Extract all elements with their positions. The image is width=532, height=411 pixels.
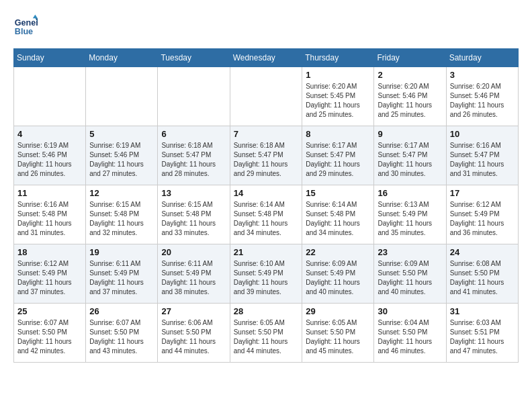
day-number: 25 [17,306,82,316]
calendar-cell: 29Sunrise: 6:05 AM Sunset: 5:50 PM Dayli… [302,304,374,363]
calendar-cell: 25Sunrise: 6:07 AM Sunset: 5:50 PM Dayli… [14,304,86,363]
day-number: 22 [306,247,370,257]
calendar-cell: 5Sunrise: 6:19 AM Sunset: 5:46 PM Daylig… [86,126,158,185]
calendar-cell: 13Sunrise: 6:15 AM Sunset: 5:48 PM Dayli… [158,185,230,244]
day-detail: Sunrise: 6:20 AM Sunset: 5:45 PM Dayligh… [306,82,370,120]
calendar-cell: 20Sunrise: 6:11 AM Sunset: 5:49 PM Dayli… [158,244,230,304]
day-detail: Sunrise: 6:03 AM Sunset: 5:51 PM Dayligh… [450,318,515,356]
day-detail: Sunrise: 6:17 AM Sunset: 5:47 PM Dayligh… [378,141,442,179]
day-number: 13 [161,188,226,198]
day-number: 10 [450,129,515,139]
day-number: 23 [378,247,442,257]
day-detail: Sunrise: 6:11 AM Sunset: 5:49 PM Dayligh… [161,259,226,297]
week-row-5: 25Sunrise: 6:07 AM Sunset: 5:50 PM Dayli… [14,304,519,363]
weekday-header-wednesday: Wednesday [230,49,302,67]
day-detail: Sunrise: 6:09 AM Sunset: 5:49 PM Dayligh… [306,259,370,297]
weekday-header-tuesday: Tuesday [158,49,230,67]
day-number: 12 [89,188,154,198]
day-detail: Sunrise: 6:15 AM Sunset: 5:48 PM Dayligh… [161,200,226,238]
logo: General Blue [13,13,40,38]
weekday-row: SundayMondayTuesdayWednesdayThursdayFrid… [14,49,519,67]
day-detail: Sunrise: 6:07 AM Sunset: 5:50 PM Dayligh… [17,318,82,356]
calendar-cell: 1Sunrise: 6:20 AM Sunset: 5:45 PM Daylig… [302,67,374,126]
calendar-cell: 15Sunrise: 6:14 AM Sunset: 5:48 PM Dayli… [302,185,374,244]
day-detail: Sunrise: 6:14 AM Sunset: 5:48 PM Dayligh… [306,200,370,238]
day-detail: Sunrise: 6:18 AM Sunset: 5:47 PM Dayligh… [234,141,299,179]
day-number: 17 [450,188,515,198]
day-number: 15 [306,188,370,198]
calendar-cell: 11Sunrise: 6:16 AM Sunset: 5:48 PM Dayli… [14,185,86,244]
day-detail: Sunrise: 6:14 AM Sunset: 5:48 PM Dayligh… [234,200,299,238]
calendar-cell: 6Sunrise: 6:18 AM Sunset: 5:47 PM Daylig… [158,126,230,185]
calendar-cell: 8Sunrise: 6:17 AM Sunset: 5:47 PM Daylig… [302,126,374,185]
day-number: 21 [234,247,299,257]
day-detail: Sunrise: 6:17 AM Sunset: 5:47 PM Dayligh… [306,141,370,179]
day-detail: Sunrise: 6:09 AM Sunset: 5:50 PM Dayligh… [378,259,442,297]
day-number: 29 [306,306,370,316]
day-detail: Sunrise: 6:12 AM Sunset: 5:49 PM Dayligh… [17,259,82,297]
day-number: 1 [306,70,370,80]
day-number: 30 [378,306,442,316]
calendar-cell: 23Sunrise: 6:09 AM Sunset: 5:50 PM Dayli… [374,244,446,304]
calendar-cell: 17Sunrise: 6:12 AM Sunset: 5:49 PM Dayli… [446,185,518,244]
calendar-cell: 30Sunrise: 6:04 AM Sunset: 5:50 PM Dayli… [374,304,446,363]
day-detail: Sunrise: 6:19 AM Sunset: 5:46 PM Dayligh… [89,141,154,179]
calendar-cell: 16Sunrise: 6:13 AM Sunset: 5:49 PM Dayli… [374,185,446,244]
page-header: General Blue [13,13,519,38]
day-number: 5 [89,129,154,139]
calendar-cell: 24Sunrise: 6:08 AM Sunset: 5:50 PM Dayli… [446,244,518,304]
calendar-cell: 9Sunrise: 6:17 AM Sunset: 5:47 PM Daylig… [374,126,446,185]
logo-icon: General Blue [13,13,38,38]
day-number: 20 [161,247,226,257]
day-detail: Sunrise: 6:15 AM Sunset: 5:48 PM Dayligh… [89,200,154,238]
calendar-cell: 21Sunrise: 6:10 AM Sunset: 5:49 PM Dayli… [230,244,302,304]
day-detail: Sunrise: 6:08 AM Sunset: 5:50 PM Dayligh… [450,259,515,297]
svg-text:Blue: Blue [15,27,33,36]
week-row-1: 1Sunrise: 6:20 AM Sunset: 5:45 PM Daylig… [14,67,519,126]
day-number: 2 [378,70,442,80]
day-detail: Sunrise: 6:16 AM Sunset: 5:47 PM Dayligh… [450,141,515,179]
weekday-header-friday: Friday [374,49,446,67]
calendar-cell: 14Sunrise: 6:14 AM Sunset: 5:48 PM Dayli… [230,185,302,244]
calendar-cell: 22Sunrise: 6:09 AM Sunset: 5:49 PM Dayli… [302,244,374,304]
day-detail: Sunrise: 6:10 AM Sunset: 5:49 PM Dayligh… [234,259,299,297]
calendar-cell: 27Sunrise: 6:06 AM Sunset: 5:50 PM Dayli… [158,304,230,363]
weekday-header-saturday: Saturday [446,49,518,67]
calendar-cell [86,67,158,126]
day-detail: Sunrise: 6:18 AM Sunset: 5:47 PM Dayligh… [161,141,226,179]
calendar-cell: 19Sunrise: 6:11 AM Sunset: 5:49 PM Dayli… [86,244,158,304]
weekday-header-sunday: Sunday [14,49,86,67]
calendar-body: 1Sunrise: 6:20 AM Sunset: 5:45 PM Daylig… [14,67,519,363]
calendar-cell: 28Sunrise: 6:05 AM Sunset: 5:50 PM Dayli… [230,304,302,363]
day-detail: Sunrise: 6:11 AM Sunset: 5:49 PM Dayligh… [89,259,154,297]
calendar-table: SundayMondayTuesdayWednesdayThursdayFrid… [13,48,519,363]
calendar-cell [158,67,230,126]
day-detail: Sunrise: 6:20 AM Sunset: 5:46 PM Dayligh… [378,82,442,120]
calendar-cell: 31Sunrise: 6:03 AM Sunset: 5:51 PM Dayli… [446,304,518,363]
day-detail: Sunrise: 6:04 AM Sunset: 5:50 PM Dayligh… [378,318,442,356]
day-detail: Sunrise: 6:07 AM Sunset: 5:50 PM Dayligh… [89,318,154,356]
week-row-2: 4Sunrise: 6:19 AM Sunset: 5:46 PM Daylig… [14,126,519,185]
calendar-cell: 7Sunrise: 6:18 AM Sunset: 5:47 PM Daylig… [230,126,302,185]
svg-marker-2 [33,15,38,18]
calendar-cell: 26Sunrise: 6:07 AM Sunset: 5:50 PM Dayli… [86,304,158,363]
day-number: 27 [161,306,226,316]
day-number: 19 [89,247,154,257]
calendar-cell: 3Sunrise: 6:20 AM Sunset: 5:46 PM Daylig… [446,67,518,126]
day-detail: Sunrise: 6:05 AM Sunset: 5:50 PM Dayligh… [234,318,299,356]
day-detail: Sunrise: 6:19 AM Sunset: 5:46 PM Dayligh… [17,141,82,179]
day-detail: Sunrise: 6:06 AM Sunset: 5:50 PM Dayligh… [161,318,226,356]
day-number: 3 [450,70,515,80]
calendar-cell: 10Sunrise: 6:16 AM Sunset: 5:47 PM Dayli… [446,126,518,185]
day-number: 18 [17,247,82,257]
calendar-header: SundayMondayTuesdayWednesdayThursdayFrid… [14,49,519,67]
calendar-cell: 4Sunrise: 6:19 AM Sunset: 5:46 PM Daylig… [14,126,86,185]
day-number: 28 [234,306,299,316]
day-number: 14 [234,188,299,198]
day-number: 11 [17,188,82,198]
weekday-header-monday: Monday [86,49,158,67]
day-number: 16 [378,188,442,198]
day-number: 31 [450,306,515,316]
calendar-cell [14,67,86,126]
calendar-cell: 18Sunrise: 6:12 AM Sunset: 5:49 PM Dayli… [14,244,86,304]
